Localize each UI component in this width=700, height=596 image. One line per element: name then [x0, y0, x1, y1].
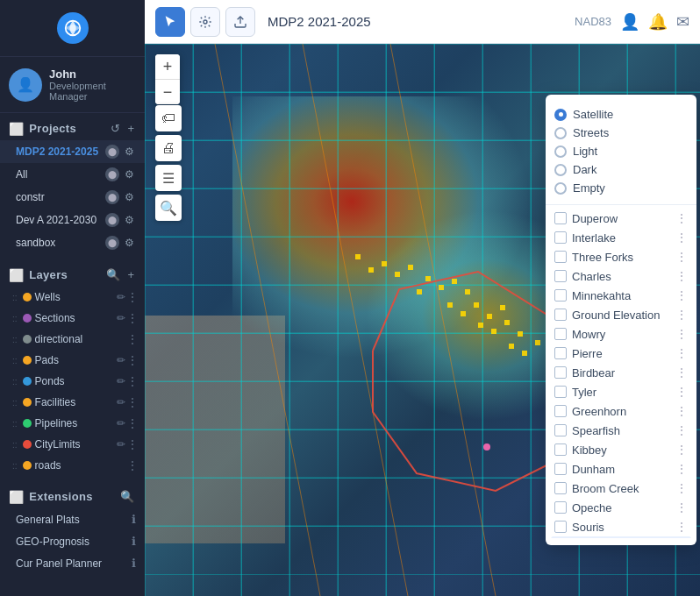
ext-item-general-plats[interactable]: General Plats ℹ [0, 508, 145, 530]
layer-item-directional[interactable]: :: directional ⋮ [0, 329, 145, 350]
ext-item-cur-panel[interactable]: Cur Panel Planner ℹ [0, 552, 145, 574]
checkbox-pierre[interactable]: Pierre ⋮ [551, 344, 691, 363]
checkbox-minnekahta[interactable]: Minnekahta ⋮ [551, 286, 691, 305]
project-item-all[interactable]: All ⬤ ⚙ [0, 163, 145, 186]
project-dot-btn-mdp2[interactable]: ⬤ [105, 145, 119, 159]
checkbox-duperow[interactable]: Duperow ⋮ [551, 209, 691, 228]
pipelines-pencil-icon[interactable]: ✏ [117, 417, 125, 429]
extensions-search-btn[interactable]: 🔍 [118, 488, 136, 505]
layer-item-pads[interactable]: :: Pads ✏ ⋮ [0, 350, 145, 371]
project-item-deva[interactable]: Dev A 2021-2030 ⬤ ⚙ [0, 209, 145, 231]
layer-item-ponds[interactable]: :: Ponds ✏ ⋮ [0, 371, 145, 392]
dunham-menu-icon[interactable]: ⋮ [675, 462, 688, 476]
radio-dark[interactable]: Dark [554, 160, 688, 179]
checkbox-tyler[interactable]: Tyler ⋮ [551, 382, 691, 401]
radio-streets[interactable]: Streets [554, 124, 688, 142]
radio-light[interactable]: Light [554, 142, 688, 160]
radio-empty[interactable]: Empty [554, 179, 688, 197]
user-section[interactable]: 👤 John Development Manager [0, 57, 145, 113]
zoom-in-btn[interactable]: + [155, 54, 180, 79]
checkbox-broom-creek[interactable]: Broom Creek ⋮ [551, 479, 691, 498]
checkbox-three-forks[interactable]: Three Forks ⋮ [551, 247, 691, 266]
tool-settings-btn[interactable] [190, 7, 220, 37]
projects-refresh-btn[interactable]: ↺ [109, 120, 122, 137]
ponds-pencil-icon[interactable]: ✏ [117, 375, 125, 387]
layer-item-roads[interactable]: :: roads ⋮ [0, 455, 145, 476]
directional-more-icon[interactable]: ⋮ [127, 333, 138, 345]
checkbox-charles[interactable]: Charles ⋮ [551, 266, 691, 286]
map-list-btn[interactable]: ☰ [155, 165, 182, 191]
sections-pencil-icon[interactable]: ✏ [117, 312, 125, 324]
facilities-pencil-icon[interactable]: ✏ [117, 396, 125, 408]
interlake-menu-icon[interactable]: ⋮ [675, 231, 688, 245]
wells-more-icon[interactable]: ⋮ [127, 291, 138, 303]
projects-add-btn[interactable]: + [125, 120, 136, 137]
tyler-menu-icon[interactable]: ⋮ [675, 385, 688, 399]
pads-more-icon[interactable]: ⋮ [127, 354, 138, 366]
greenhorn-menu-icon[interactable]: ⋮ [675, 404, 688, 418]
layer-item-citylimits[interactable]: :: CityLimits ✏ ⋮ [0, 434, 145, 455]
pipelines-more-icon[interactable]: ⋮ [127, 417, 138, 429]
checkbox-ground-elevation[interactable]: Ground Elevation ⋮ [551, 305, 691, 324]
map-search-btn[interactable]: 🔍 [155, 195, 182, 221]
pads-pencil-icon[interactable]: ✏ [117, 354, 125, 366]
checkbox-middle-bakken[interactable]: Middle Bakken ⋮ [551, 536, 691, 538]
three-forks-menu-icon[interactable]: ⋮ [675, 250, 688, 264]
topbar-bell-icon[interactable]: 🔔 [648, 12, 668, 32]
map-container[interactable]: + − 🏷 🖨 ☰ 🔍 Satellite [145, 44, 700, 596]
wells-pencil-icon[interactable]: ✏ [117, 291, 125, 303]
project-gear-btn-all[interactable]: ⚙ [122, 167, 136, 181]
duperow-menu-icon[interactable]: ⋮ [675, 211, 688, 225]
project-dot-btn-constr[interactable]: ⬤ [105, 190, 119, 204]
map-tag-btn[interactable]: 🏷 [155, 105, 182, 131]
minnekahta-menu-icon[interactable]: ⋮ [675, 288, 688, 302]
zoom-out-btn[interactable]: − [155, 80, 180, 104]
geo-prognosis-info-icon[interactable]: ℹ [132, 535, 136, 548]
checkbox-opeche[interactable]: Opeche ⋮ [551, 498, 691, 517]
kibbey-menu-icon[interactable]: ⋮ [675, 443, 688, 457]
project-gear-btn-mdp2[interactable]: ⚙ [122, 145, 136, 159]
ground-elevation-menu-icon[interactable]: ⋮ [675, 308, 688, 322]
citylimits-pencil-icon[interactable]: ✏ [117, 438, 125, 451]
ext-item-geo-prognosis[interactable]: GEO-Prognosis ℹ [0, 530, 145, 552]
checkbox-interlake[interactable]: Interlake ⋮ [551, 228, 691, 247]
project-dot-btn-all[interactable]: ⬤ [105, 167, 119, 181]
checkbox-mowry[interactable]: Mowry ⋮ [551, 324, 691, 344]
pierre-menu-icon[interactable]: ⋮ [675, 346, 688, 360]
souris-menu-icon[interactable]: ⋮ [675, 520, 688, 534]
layer-item-wells[interactable]: :: Wells ✏ ⋮ [0, 287, 145, 308]
checkbox-kibbey[interactable]: Kibbey ⋮ [551, 440, 691, 459]
project-item-constr[interactable]: constr ⬤ ⚙ [0, 186, 145, 209]
topbar-user-icon[interactable]: 👤 [620, 12, 639, 32]
cur-panel-info-icon[interactable]: ℹ [132, 557, 136, 570]
radio-satellite[interactable]: Satellite [554, 105, 688, 124]
citylimits-more-icon[interactable]: ⋮ [127, 438, 138, 451]
layer-item-facilities[interactable]: :: Facilities ✏ ⋮ [0, 392, 145, 413]
sections-more-icon[interactable]: ⋮ [127, 312, 138, 324]
project-item-sandbox[interactable]: sandbox ⬤ ⚙ [0, 231, 145, 254]
tool-select-btn[interactable] [155, 7, 185, 37]
ponds-more-icon[interactable]: ⋮ [127, 375, 138, 387]
layer-item-pipelines[interactable]: :: Pipelines ✏ ⋮ [0, 413, 145, 434]
general-plats-info-icon[interactable]: ℹ [132, 513, 136, 526]
charles-menu-icon[interactable]: ⋮ [675, 269, 688, 283]
project-gear-btn-deva[interactable]: ⚙ [122, 213, 136, 227]
facilities-more-icon[interactable]: ⋮ [127, 396, 138, 408]
mowry-menu-icon[interactable]: ⋮ [675, 327, 688, 341]
topbar-mail-icon[interactable]: ✉ [676, 12, 689, 32]
project-item-mdp2[interactable]: MDP2 2021-2025 ⬤ ⚙ [0, 140, 145, 163]
project-gear-btn-sandbox[interactable]: ⚙ [122, 236, 136, 250]
project-dot-btn-deva[interactable]: ⬤ [105, 213, 119, 227]
layer-item-sections[interactable]: :: Sections ✏ ⋮ [0, 308, 145, 329]
checkbox-dunham[interactable]: Dunham ⋮ [551, 459, 691, 479]
checkbox-souris[interactable]: Souris ⋮ [551, 517, 691, 536]
map-print-btn[interactable]: 🖨 [155, 135, 182, 161]
checkbox-greenhorn[interactable]: Greenhorn ⋮ [551, 401, 691, 421]
checkbox-birdbear[interactable]: Birdbear ⋮ [551, 363, 691, 382]
tool-upload-btn[interactable] [225, 7, 255, 37]
project-dot-btn-sandbox[interactable]: ⬤ [105, 236, 119, 250]
spearfish-menu-icon[interactable]: ⋮ [675, 423, 688, 437]
opeche-menu-icon[interactable]: ⋮ [675, 500, 688, 514]
birdbear-menu-icon[interactable]: ⋮ [675, 365, 688, 380]
layers-search-btn[interactable]: 🔍 [104, 266, 122, 283]
